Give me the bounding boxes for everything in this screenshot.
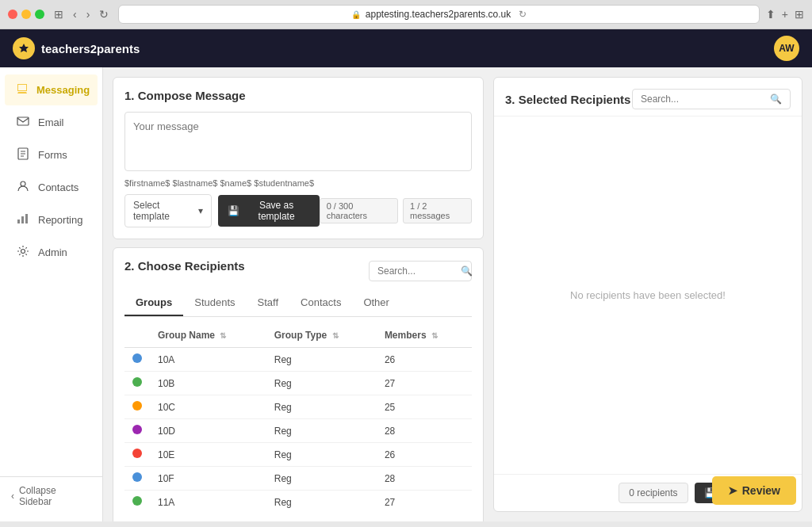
row-members: 25 xyxy=(377,395,472,419)
share-icon[interactable]: ⬆ xyxy=(766,8,776,21)
tab-other[interactable]: Other xyxy=(352,290,400,316)
sidebar-item-admin-label: Admin xyxy=(38,246,67,258)
lock-icon: 🔒 xyxy=(351,10,361,19)
row-members: 27 xyxy=(377,491,472,514)
row-members: 27 xyxy=(377,372,472,395)
row-dot-cell xyxy=(124,491,150,514)
search-icon: 🔍 xyxy=(461,265,473,277)
table-row[interactable]: 11A Reg 27 xyxy=(124,491,472,514)
minimize-dot[interactable] xyxy=(21,10,31,19)
col-members[interactable]: Members ⇅ xyxy=(377,323,472,348)
sidebar-item-messaging-label: Messaging xyxy=(36,84,90,96)
row-dot-cell xyxy=(124,443,150,467)
search-icon-right: 🔍 xyxy=(770,94,782,105)
col-group-type[interactable]: Group Type ⇅ xyxy=(266,323,377,348)
col-group-name[interactable]: Group Name ⇅ xyxy=(150,323,266,348)
browser-actions: ⬆ + ⊞ xyxy=(766,8,804,21)
sidebar-item-reporting[interactable]: Reporting xyxy=(5,204,98,235)
selected-recipients-search-input[interactable] xyxy=(641,94,766,105)
compose-title: 1. Compose Message xyxy=(124,89,472,102)
sidebar-item-forms[interactable]: Forms xyxy=(5,139,98,170)
compose-footer-left: Select template ▾ 💾 Save as template xyxy=(124,194,320,227)
selected-recipients-title: 3. Selected Recipients xyxy=(505,93,630,106)
message-textarea[interactable] xyxy=(124,112,472,171)
app-container: teachers2parents AW Messaging Email xyxy=(0,29,812,521)
back-btn[interactable]: ‹ xyxy=(70,6,80,22)
address-bar[interactable]: 🔒 apptesting.teachers2parents.co.uk ↻ xyxy=(118,5,759,24)
sort-members-icon: ⇅ xyxy=(431,331,438,340)
compose-counts: 0 / 300 characters 1 / 2 messages xyxy=(320,198,472,223)
reload-icon[interactable]: ↻ xyxy=(519,9,527,20)
sidebar-item-messaging[interactable]: Messaging xyxy=(5,74,98,105)
compose-panel: 1. Compose Message $firstname$ $lastname… xyxy=(113,77,484,239)
table-row[interactable]: 10E Reg 26 xyxy=(124,443,472,467)
contacts-icon xyxy=(16,180,30,195)
tab-groups[interactable]: Groups xyxy=(124,290,183,316)
row-members: 28 xyxy=(377,419,472,443)
review-btn[interactable]: ➤ Review xyxy=(712,476,796,505)
row-group-type: Reg xyxy=(266,372,377,395)
refresh-btn[interactable]: ↻ xyxy=(96,6,112,22)
recipients-count-badge: 0 recipients xyxy=(619,483,688,503)
avatar[interactable]: AW xyxy=(774,36,799,61)
sidebar-item-contacts-label: Contacts xyxy=(38,181,79,193)
table-row[interactable]: 10A Reg 26 xyxy=(124,348,472,372)
forward-btn[interactable]: › xyxy=(83,6,94,22)
messaging-icon xyxy=(16,82,29,97)
sidebar-item-email-label: Email xyxy=(38,116,64,128)
browser-controls: ⊞ ‹ › ↻ xyxy=(51,6,112,22)
table-row[interactable]: 10F Reg 28 xyxy=(124,467,472,491)
recipients-header: 2. Choose Recipients 🔍 xyxy=(124,259,472,282)
template-select-label: Select template xyxy=(133,200,193,222)
svg-point-6 xyxy=(21,250,25,254)
sidebar-item-email[interactable]: Email xyxy=(5,107,98,138)
sort-type-icon: ⇅ xyxy=(332,331,339,340)
row-group-name: 10F xyxy=(150,467,266,491)
char-count: 0 / 300 characters xyxy=(320,198,398,223)
row-group-name: 10C xyxy=(150,395,266,419)
merge-fields: $firstname$ $lastname$ $name$ $studentna… xyxy=(124,178,472,188)
row-group-type: Reg xyxy=(266,467,377,491)
table-row[interactable]: 10D Reg 28 xyxy=(124,419,472,443)
chevron-down-icon: ▾ xyxy=(198,205,203,216)
svg-rect-5 xyxy=(25,214,28,223)
row-group-type: Reg xyxy=(266,491,377,514)
row-dot-cell xyxy=(124,467,150,491)
sidebar-collapse-btn[interactable]: ‹ Collapse Sidebar xyxy=(0,476,102,515)
tab-students[interactable]: Students xyxy=(183,290,246,316)
tab-contacts[interactable]: Contacts xyxy=(289,290,352,316)
reporting-icon xyxy=(16,212,30,227)
sidebar-toggle-btn[interactable]: ⊞ xyxy=(51,6,67,22)
selected-recipients-panel: 3. Selected Recipients 🔍 No recipients h… xyxy=(493,77,802,512)
row-dot-cell xyxy=(124,395,150,419)
save-template-btn[interactable]: 💾 Save as template xyxy=(218,195,320,227)
recipients-search-input[interactable] xyxy=(377,265,457,277)
sidebar-item-contacts[interactable]: Contacts xyxy=(5,172,98,203)
sidebar-nav: Messaging Email Forms xyxy=(0,74,102,269)
close-dot[interactable] xyxy=(8,10,17,19)
msg-count: 1 / 2 messages xyxy=(403,198,472,223)
compose-footer: Select template ▾ 💾 Save as template 0 /… xyxy=(124,194,472,227)
table-row[interactable]: 10C Reg 25 xyxy=(124,395,472,419)
row-group-name: 10B xyxy=(150,372,266,395)
selected-recipients-search-box[interactable]: 🔍 xyxy=(632,89,791,109)
recipients-search-box[interactable]: 🔍 xyxy=(369,261,472,281)
sidebar: Messaging Email Forms xyxy=(0,67,103,521)
forms-icon xyxy=(16,147,30,162)
template-select[interactable]: Select template ▾ xyxy=(124,194,212,227)
sidebar-item-reporting-label: Reporting xyxy=(38,214,82,226)
row-members: 26 xyxy=(377,348,472,372)
row-dot-cell xyxy=(124,419,150,443)
selected-recipients-body: No recipients have been selected! xyxy=(494,116,802,474)
tab-staff[interactable]: Staff xyxy=(247,290,290,316)
grid-icon[interactable]: ⊞ xyxy=(795,8,804,21)
email-icon xyxy=(16,115,30,130)
tabs: Groups Students Staff Contacts Other xyxy=(124,290,472,317)
row-group-name: 11A xyxy=(150,491,266,514)
maximize-dot[interactable] xyxy=(35,10,44,19)
sidebar-item-admin[interactable]: Admin xyxy=(5,237,98,268)
review-label: Review xyxy=(742,484,780,497)
logo-icon xyxy=(13,37,35,59)
new-tab-icon[interactable]: + xyxy=(782,8,788,21)
table-row[interactable]: 10B Reg 27 xyxy=(124,372,472,395)
